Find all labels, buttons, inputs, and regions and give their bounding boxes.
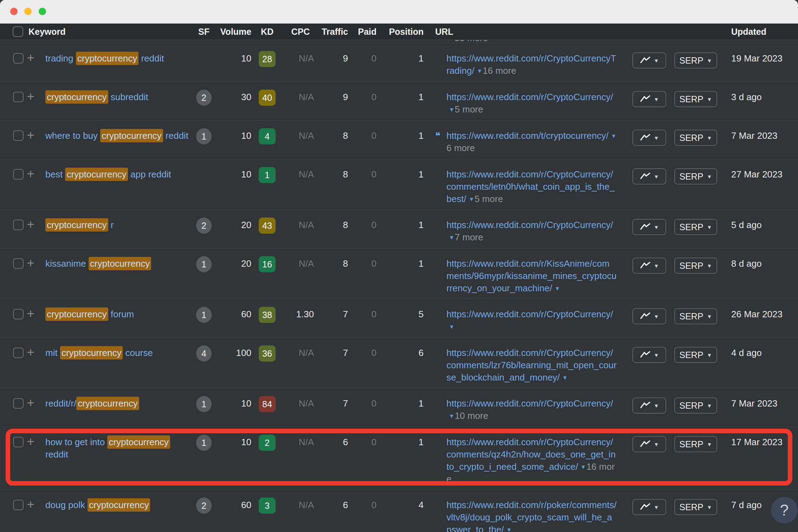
traffic-value: 7 (318, 308, 348, 333)
add-keyword-icon[interactable]: + (24, 91, 38, 116)
keyword-link[interactable]: cryptocurrency subreddit (38, 91, 192, 116)
keyword-link[interactable]: reddit/r/cryptocurrency (38, 397, 192, 422)
chevron-down-icon[interactable]: ▾ (563, 371, 567, 384)
keyword-link[interactable]: kissanime cryptocurrency (38, 258, 192, 294)
trend-chart-button[interactable]: ▼ (632, 308, 666, 324)
add-keyword-icon[interactable]: + (24, 168, 38, 205)
column-header-sf[interactable]: SF (192, 27, 216, 37)
serp-button[interactable]: SERP ▼ (674, 130, 717, 146)
keyword-pre: how to get into (45, 437, 107, 447)
serp-button[interactable]: SERP ▼ (674, 308, 717, 324)
serp-button[interactable]: SERP ▼ (674, 52, 717, 69)
add-keyword-icon[interactable]: + (24, 499, 38, 532)
chevron-down-icon[interactable]: ▾ (470, 193, 473, 205)
url-link[interactable]: https://www.reddit.com/r/CryptoCurrency/ (446, 92, 613, 102)
chevron-down-icon: ▼ (707, 174, 712, 179)
position-value: 1 (378, 52, 425, 77)
chevron-down-icon[interactable]: ▾ (450, 320, 453, 333)
serp-button[interactable]: SERP ▼ (674, 258, 717, 274)
add-keyword-icon[interactable]: + (24, 258, 38, 294)
select-all-checkbox[interactable] (13, 26, 23, 37)
row-checkbox[interactable] (13, 309, 24, 319)
column-header-position[interactable]: Position (378, 27, 425, 37)
add-keyword-icon[interactable]: + (24, 308, 38, 333)
keyword-link[interactable]: where to buy cryptocurrency reddit (38, 130, 192, 155)
row-checkbox[interactable] (13, 258, 24, 269)
serp-button[interactable]: SERP ▼ (674, 91, 717, 107)
chevron-down-icon[interactable]: ▾ (581, 461, 585, 473)
add-keyword-icon[interactable]: + (24, 347, 38, 384)
serp-button[interactable]: SERP ▼ (674, 347, 717, 363)
chevron-down-icon[interactable]: ▾ (556, 282, 559, 294)
trend-chart-button[interactable]: ▼ (632, 91, 666, 107)
keyword-link[interactable]: trading cryptocurrency reddit (38, 52, 192, 77)
keyword-pre: where to buy (45, 130, 100, 141)
keyword-link[interactable]: cryptocurrency forum (38, 308, 192, 333)
add-keyword-icon[interactable]: + (24, 130, 38, 155)
row-checkbox[interactable] (13, 169, 24, 180)
trend-chart-button[interactable]: ▼ (632, 347, 666, 363)
add-keyword-icon[interactable]: + (24, 52, 38, 77)
keyword-highlight: cryptocurrency (76, 397, 139, 410)
trend-chart-button[interactable]: ▼ (632, 52, 666, 69)
row-checkbox[interactable] (13, 53, 24, 64)
chevron-down-icon[interactable]: ▾ (478, 65, 482, 77)
url-link[interactable]: https://www.reddit.com/r/CryptoCurrency/… (446, 348, 617, 383)
chevron-down-icon[interactable]: ▾ (450, 410, 453, 422)
serp-button[interactable]: SERP ▼ (674, 219, 717, 235)
trend-chart-button[interactable]: ▼ (632, 130, 666, 146)
column-header-paid[interactable]: Paid (348, 27, 378, 37)
chevron-down-icon[interactable]: ▾ (447, 40, 451, 42)
keyword-link[interactable]: best cryptocurrency app reddit (38, 168, 192, 205)
row-checkbox[interactable] (13, 92, 24, 102)
row-checkbox[interactable] (13, 220, 24, 230)
serp-button[interactable]: SERP ▼ (674, 436, 717, 452)
keyword-link[interactable]: mit cryptocurrency course (38, 347, 192, 384)
window-minimize-button[interactable] (24, 8, 32, 15)
trend-chart-button[interactable]: ▼ (632, 168, 666, 184)
row-checkbox[interactable] (13, 437, 24, 447)
window-close-button[interactable] (10, 8, 18, 15)
serp-button-label: SERP (680, 93, 703, 105)
keyword-link[interactable]: cryptocurrency r (38, 219, 192, 244)
column-header-cpc[interactable]: CPC (283, 27, 318, 37)
keyword-link[interactable]: how to get into cryptocurrency reddit (38, 436, 192, 485)
add-keyword-icon[interactable]: + (24, 219, 38, 244)
url-link[interactable]: https://www.reddit.com/r/KissAnime/comme… (446, 258, 617, 293)
trend-chart-button[interactable]: ▼ (632, 219, 666, 235)
chevron-down-icon[interactable]: ▾ (450, 103, 453, 116)
row-checkbox[interactable] (13, 348, 24, 358)
url-link[interactable]: https://www.reddit.com/r/CryptoCurrencyT… (446, 53, 616, 76)
url-link[interactable]: https://www.reddit.com/r/CryptoCurrency/ (446, 220, 613, 230)
serp-button[interactable]: SERP ▼ (674, 168, 717, 184)
url-link[interactable]: https://www.reddit.com/r/poker/comments/… (446, 500, 617, 532)
serp-button[interactable]: SERP ▼ (674, 397, 717, 414)
url-link[interactable]: https://www.reddit.com/r/CryptoCurrency/ (446, 398, 613, 409)
row-checkbox[interactable] (13, 500, 24, 510)
chevron-down-icon[interactable]: ▾ (507, 524, 511, 532)
window-zoom-button[interactable] (39, 8, 46, 15)
add-keyword-icon[interactable]: + (24, 397, 38, 422)
help-button[interactable]: ? (771, 497, 798, 524)
trend-cell: ▼ (617, 397, 666, 422)
row-checkbox[interactable] (13, 130, 24, 141)
url-link[interactable]: https://www.reddit.com/t/cryptocurrency/ (446, 130, 609, 141)
column-header-kd[interactable]: KD (251, 27, 283, 37)
url-link[interactable]: https://www.reddit.com/r/CryptoCurrency/ (446, 309, 613, 319)
column-header-updated[interactable]: Updated (722, 27, 798, 37)
add-keyword-icon[interactable]: + (24, 436, 38, 485)
column-header-keyword[interactable]: Keyword (24, 27, 192, 37)
column-header-volume[interactable]: Volume (216, 27, 251, 37)
row-checkbox[interactable] (13, 398, 24, 409)
chevron-down-icon[interactable]: ▾ (450, 231, 453, 244)
keyword-link[interactable]: doug polk cryptocurrency (38, 499, 192, 532)
trend-chart-button[interactable]: ▼ (632, 258, 666, 274)
trend-chart-button[interactable]: ▼ (632, 397, 666, 414)
serp-button[interactable]: SERP ▼ (674, 499, 717, 515)
trend-chart-button[interactable]: ▼ (632, 436, 666, 452)
trend-chart-button[interactable]: ▼ (632, 499, 666, 515)
volume-value: 10 (216, 397, 251, 422)
column-header-url[interactable]: URL (425, 27, 617, 37)
column-header-traffic[interactable]: Traffic (318, 27, 348, 37)
chevron-down-icon[interactable]: ▾ (612, 130, 616, 142)
